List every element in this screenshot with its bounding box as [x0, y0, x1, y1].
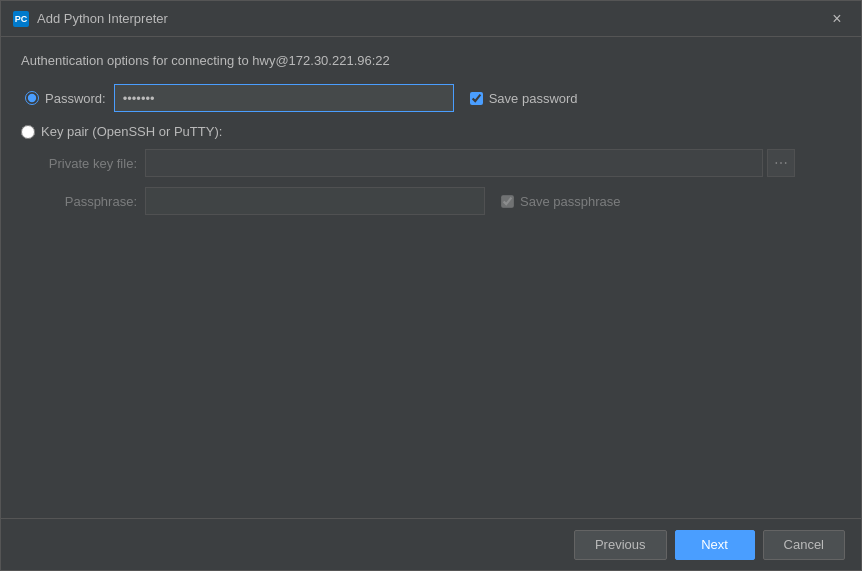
password-option-row: Password: Save password — [21, 84, 841, 112]
password-radio-label: Password: — [45, 91, 106, 106]
app-icon: PC — [13, 11, 29, 27]
keypair-option-row: Key pair (OpenSSH or PuTTY): — [21, 124, 841, 139]
dialog-title: Add Python Interpreter — [37, 11, 168, 26]
dialog: PC Add Python Interpreter × Authenticati… — [0, 0, 862, 571]
close-button[interactable]: × — [825, 7, 849, 31]
private-key-row: Private key file: ⋯ — [21, 149, 841, 177]
auth-header: Authentication options for connecting to… — [21, 53, 841, 68]
browse-icon: ⋯ — [774, 155, 788, 171]
save-password-group: Save password — [470, 91, 578, 106]
keypair-radio[interactable] — [21, 125, 35, 139]
save-passphrase-label: Save passphrase — [520, 194, 620, 209]
browse-button: ⋯ — [767, 149, 795, 177]
pc-logo: PC — [13, 11, 29, 27]
cancel-button[interactable]: Cancel — [763, 530, 845, 560]
password-radio-option[interactable]: Password: — [25, 91, 106, 106]
passphrase-input — [145, 187, 485, 215]
keypair-radio-label: Key pair (OpenSSH or PuTTY): — [41, 124, 222, 139]
passphrase-row: Passphrase: Save passphrase — [21, 187, 841, 215]
password-input[interactable] — [114, 84, 454, 112]
keypair-radio-option[interactable]: Key pair (OpenSSH or PuTTY): — [21, 124, 222, 139]
dialog-footer: Previous Next Cancel — [1, 518, 861, 570]
save-password-label[interactable]: Save password — [489, 91, 578, 106]
previous-button[interactable]: Previous — [574, 530, 667, 560]
private-key-input — [145, 149, 763, 177]
private-key-label: Private key file: — [25, 156, 145, 171]
password-radio[interactable] — [25, 91, 39, 105]
title-bar: PC Add Python Interpreter × — [1, 1, 861, 37]
save-password-checkbox[interactable] — [470, 92, 483, 105]
save-passphrase-checkbox — [501, 195, 514, 208]
save-passphrase-group: Save passphrase — [501, 194, 620, 209]
file-input-wrapper: ⋯ — [145, 149, 795, 177]
dialog-content: Authentication options for connecting to… — [1, 37, 861, 518]
next-button[interactable]: Next — [675, 530, 755, 560]
passphrase-label: Passphrase: — [25, 194, 145, 209]
title-bar-left: PC Add Python Interpreter — [13, 11, 168, 27]
